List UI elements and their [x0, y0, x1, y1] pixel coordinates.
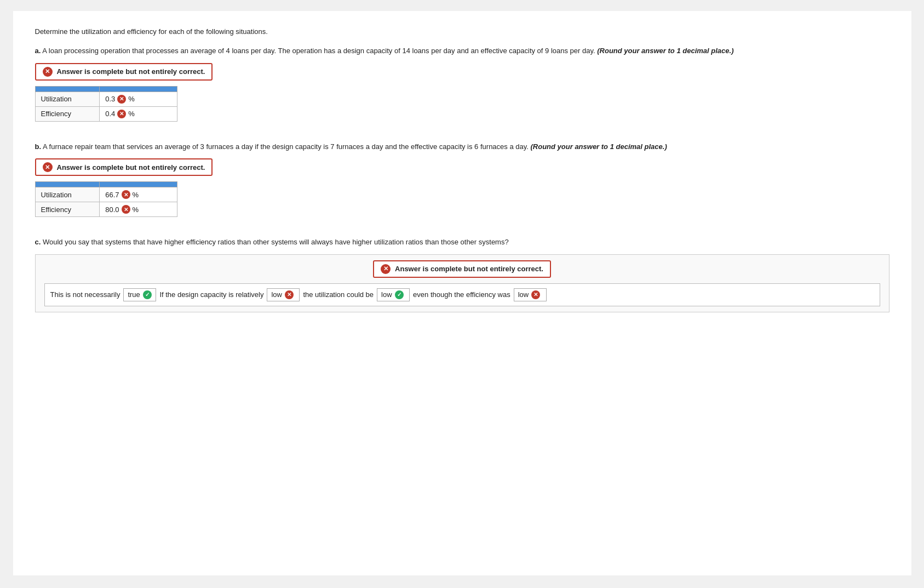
question-c-text: Would you say that systems that have hig…: [43, 238, 509, 246]
table-a-header-col2: [100, 86, 177, 92]
utilization-unit-b: %: [133, 191, 139, 199]
efficiency-number-a: 0.4: [105, 110, 115, 118]
fill-row-c: This is not necessarily true ✓ If the de…: [44, 283, 880, 306]
efficiency-value-b: 80.0 ✕ %: [100, 202, 177, 217]
utilization-error-icon-a: ✕: [117, 95, 126, 104]
table-row: Efficiency 0.4 ✕ %: [35, 106, 177, 121]
table-row: Utilization 0.3 ✕ %: [35, 92, 177, 106]
fill-static-1: This is not necessarily: [50, 290, 120, 299]
fill-box-true[interactable]: true ✓: [123, 288, 156, 301]
fill-box-low-1[interactable]: low ✕: [267, 288, 300, 301]
question-a-header: a. A loan processing operation that proc…: [35, 45, 889, 56]
question-a-block: a. A loan processing operation that proc…: [35, 45, 889, 122]
question-c-block: c. Would you say that systems that have …: [35, 237, 889, 312]
question-c-header: c. Would you say that systems that have …: [35, 237, 889, 248]
question-c-banner: ✕ Answer is complete but not entirely co…: [373, 260, 551, 278]
table-row: Efficiency 80.0 ✕ %: [35, 202, 177, 217]
utilization-value-b: 66.7 ✕ %: [100, 187, 177, 202]
question-b-text: A furnace repair team that services an a…: [43, 142, 531, 151]
utilization-error-icon-b: ✕: [122, 190, 130, 199]
question-a-label: a.: [35, 47, 41, 55]
table-row: Utilization 66.7 ✕ %: [35, 187, 177, 202]
error-icon-low-3: ✕: [531, 290, 540, 299]
fill-static-2: If the design capacity is relatively: [159, 290, 263, 299]
table-b-header-col2: [100, 182, 177, 187]
utilization-number-a: 0.3: [105, 95, 115, 103]
efficiency-value-a: 0.4 ✕ %: [100, 106, 177, 121]
question-b-label: b.: [35, 142, 42, 151]
question-b-header: b. A furnace repair team that services a…: [35, 141, 889, 152]
question-c-label: c.: [35, 238, 41, 246]
question-b-banner-text: Answer is complete but not entirely corr…: [57, 163, 205, 172]
table-a-header-col1: [35, 86, 100, 92]
fill-value-low-1: low: [271, 290, 282, 299]
question-b-table: Utilization 66.7 ✕ % Efficiency 80.0: [35, 181, 177, 217]
question-b-round-note: (Round your answer to 1 decimal place.): [531, 142, 667, 151]
intro-text: Determine the utilization and efficiency…: [35, 27, 889, 36]
fill-value-low-3: low: [518, 290, 529, 299]
efficiency-number-b: 80.0: [105, 205, 119, 214]
table-b-header-col1: [35, 182, 100, 187]
error-icon-b: ✕: [43, 162, 53, 172]
efficiency-label-b: Efficiency: [35, 202, 100, 217]
question-b-block: b. A furnace repair team that services a…: [35, 141, 889, 218]
question-c-banner-text: Answer is complete but not entirely corr…: [395, 265, 543, 273]
error-icon-a: ✕: [43, 67, 53, 77]
section-c-banner-container: ✕ Answer is complete but not entirely co…: [44, 260, 880, 278]
fill-box-low-2[interactable]: low ✓: [377, 288, 410, 301]
fill-static-3: the utilization could be: [303, 290, 374, 299]
check-icon-low-2: ✓: [395, 290, 404, 299]
question-a-banner: ✕ Answer is complete but not entirely co…: [35, 63, 213, 81]
question-a-banner-text: Answer is complete but not entirely corr…: [57, 67, 205, 76]
efficiency-error-icon-a: ✕: [117, 110, 126, 118]
utilization-label-b: Utilization: [35, 187, 100, 202]
utilization-label-a: Utilization: [35, 92, 100, 106]
error-icon-low-1: ✕: [285, 290, 294, 299]
error-icon-c: ✕: [381, 264, 391, 274]
fill-value-low-2: low: [381, 290, 392, 299]
main-page: Determine the utilization and efficiency…: [13, 11, 911, 575]
efficiency-unit-a: %: [128, 110, 135, 118]
utilization-value-a: 0.3 ✕ %: [100, 92, 177, 106]
section-c-answer-box: ✕ Answer is complete but not entirely co…: [35, 254, 889, 312]
efficiency-label-a: Efficiency: [35, 106, 100, 121]
efficiency-error-icon-b: ✕: [122, 205, 130, 214]
check-icon-true: ✓: [143, 290, 152, 299]
question-b-banner: ✕ Answer is complete but not entirely co…: [35, 158, 213, 176]
table-a-header-row: [35, 86, 177, 92]
question-a-round-note: (Round your answer to 1 decimal place.): [597, 47, 733, 55]
question-a-text: A loan processing operation that process…: [42, 47, 597, 55]
utilization-unit-a: %: [128, 95, 135, 103]
fill-value-true: true: [128, 290, 140, 299]
table-b-header-row: [35, 182, 177, 187]
utilization-number-b: 66.7: [105, 191, 119, 199]
fill-box-low-3[interactable]: low ✕: [514, 288, 547, 301]
efficiency-unit-b: %: [133, 205, 139, 214]
fill-static-4: even though the efficiency was: [413, 290, 510, 299]
question-a-table: Utilization 0.3 ✕ % Efficiency 0.4: [35, 86, 177, 122]
